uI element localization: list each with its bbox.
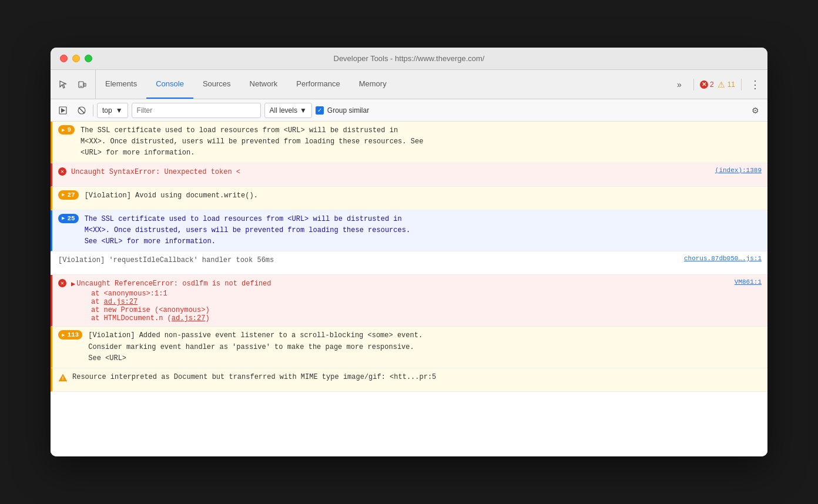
- svg-text:!: !: [61, 376, 64, 382]
- stack-trace: at <anonymous>:1:1 at ad.js:27 at new Pr…: [58, 290, 210, 322]
- tab-console[interactable]: Console: [146, 70, 193, 99]
- kebab-menu-button[interactable]: ⋮: [747, 78, 763, 91]
- group-similar-checkbox[interactable]: ✓: [316, 106, 324, 115]
- log-text-2: Uncaught SyntaxError: Unexpected token <: [71, 167, 709, 178]
- svg-rect-1: [84, 83, 86, 86]
- svg-line-6: [79, 107, 85, 113]
- separator: [693, 79, 694, 90]
- inspect-element-button[interactable]: [55, 76, 72, 93]
- separator2: [741, 79, 742, 90]
- log-text-1: The SSL certificate used to load resourc…: [81, 125, 762, 159]
- error-icon: ✕: [700, 80, 708, 89]
- stack-line-3: at new Promise (<anonymous>): [79, 306, 210, 314]
- console-toolbar: top ▼ All levels ▼ ✓ Group similar ⚙: [51, 99, 767, 122]
- console-content: ▶ 9 The SSL certificate used to load res…: [51, 122, 767, 456]
- log-entry-2: ✕ Uncaught SyntaxError: Unexpected token…: [51, 163, 767, 187]
- log-text-3: [Violation] Avoid using document.write()…: [85, 190, 762, 201]
- warn-icon: ⚠: [718, 80, 726, 89]
- filter-input[interactable]: [132, 103, 261, 118]
- tab-performance[interactable]: Performance: [287, 70, 349, 99]
- more-tabs-button[interactable]: »: [671, 76, 688, 93]
- log-entry-7: ▶ 113 [Violation] Added non-passive even…: [51, 327, 767, 368]
- log-entry-5: [Violation] 'requestIdleCallback' handle…: [51, 251, 767, 275]
- tabs: Elements Console Sources Network Perform…: [96, 70, 666, 99]
- expand-arrow-6[interactable]: ▶: [71, 280, 75, 288]
- svg-marker-4: [61, 108, 65, 113]
- log-entry-4: ▶ 25 The SSL certificate used to load re…: [51, 210, 767, 252]
- title-bar: Developer Tools - https://www.theverge.c…: [51, 48, 767, 70]
- tab-network[interactable]: Network: [240, 70, 287, 99]
- console-sep1: [93, 105, 93, 116]
- console-settings-button[interactable]: ⚙: [747, 103, 763, 118]
- window-title: Developer Tools - https://www.theverge.c…: [334, 54, 485, 63]
- levels-selector[interactable]: All levels ▼: [264, 103, 312, 118]
- maximize-button[interactable]: [85, 55, 92, 62]
- log-source-6[interactable]: VM861:1: [735, 278, 762, 285]
- log-source-5[interactable]: chorus.87db050….js:1: [684, 255, 762, 262]
- tab-sources[interactable]: Sources: [193, 70, 240, 99]
- log-source-2[interactable]: (index):1389: [715, 167, 762, 174]
- stack-line-1: at <anonymous>:1:1: [79, 290, 210, 298]
- warn-badge-27: ▶ 27: [58, 190, 79, 200]
- log-entry-3: ▶ 27 [Violation] Avoid using document.wr…: [51, 187, 767, 210]
- error-icon-inline: ✕: [58, 167, 66, 176]
- stack-link-adjs-2[interactable]: ad.js:27: [172, 314, 206, 322]
- stack-line-2: at ad.js:27: [79, 298, 210, 306]
- warn-count-badge[interactable]: ⚠ 11: [718, 80, 735, 89]
- error-icon-inline-6: ✕: [58, 279, 66, 287]
- log-entry-1: ▶ 9 The SSL certificate used to load res…: [51, 122, 767, 163]
- stack-line-4: at HTMLDocument.n (ad.js:27): [79, 314, 210, 322]
- device-toolbar-button[interactable]: [74, 76, 90, 93]
- log-text-6: Uncaught ReferenceError: osdlfm is not d…: [76, 278, 729, 290]
- info-badge-25: ▶ 25: [58, 214, 79, 223]
- traffic-lights: [60, 55, 92, 62]
- devtools-window: Developer Tools - https://www.theverge.c…: [51, 48, 767, 456]
- log-text-7: [Violation] Added non-passive event list…: [88, 330, 762, 364]
- log-text-8: Resource interpreted as Document but tra…: [72, 372, 762, 383]
- tab-elements[interactable]: Elements: [96, 70, 146, 99]
- warn-icon-8: !: [58, 373, 68, 382]
- clear-console-button[interactable]: [74, 103, 89, 118]
- log-entry-6: ✕ ▶ Uncaught ReferenceError: osdlfm is n…: [51, 275, 767, 327]
- log-entry-8: ! Resource interpreted as Document but t…: [51, 368, 767, 392]
- main-toolbar: Elements Console Sources Network Perform…: [51, 70, 767, 99]
- context-selector[interactable]: top ▼: [97, 103, 128, 118]
- stack-link-adjs-1[interactable]: ad.js:27: [104, 298, 138, 306]
- toolbar-right: » ✕ 2 ⚠ 11 ⋮: [666, 70, 767, 99]
- minimize-button[interactable]: [72, 55, 80, 62]
- execute-button[interactable]: [55, 103, 71, 118]
- toolbar-icons: [51, 70, 96, 99]
- group-similar-toggle[interactable]: ✓ Group similar: [316, 106, 369, 115]
- warn-badge-9: ▶ 9: [58, 125, 75, 135]
- log-text-4: The SSL certificate used to load resourc…: [85, 214, 762, 248]
- tab-memory[interactable]: Memory: [350, 70, 396, 99]
- close-button[interactable]: [60, 55, 68, 62]
- log-text-5: [Violation] 'requestIdleCallback' handle…: [58, 255, 678, 266]
- warn-badge-113: ▶ 113: [58, 330, 82, 340]
- error-count-badge[interactable]: ✕ 2: [700, 80, 714, 89]
